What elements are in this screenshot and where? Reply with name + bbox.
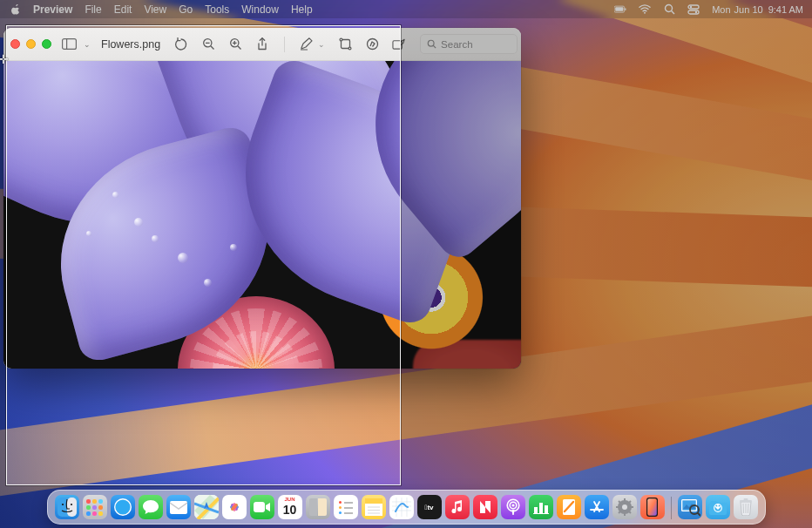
dock-pages[interactable]: [557, 495, 581, 519]
rotate-left-icon[interactable]: [174, 37, 188, 51]
svg-rect-10: [63, 39, 77, 50]
menubar-app-name[interactable]: Preview: [33, 3, 72, 16]
image-content: [3, 61, 521, 369]
markup-icon[interactable]: [365, 37, 379, 51]
dock-divider: [671, 497, 672, 519]
svg-point-29: [61, 504, 63, 505]
menubar-item-file[interactable]: File: [85, 3, 101, 16]
menubar-date[interactable]: Jun 10: [734, 4, 763, 15]
dock-contacts[interactable]: [306, 495, 330, 519]
dock-safari[interactable]: [111, 495, 135, 519]
dock-numbers[interactable]: [529, 495, 553, 519]
dock-launchpad[interactable]: [83, 495, 107, 519]
svg-line-5: [671, 11, 673, 14]
highlight-icon[interactable]: [300, 37, 314, 51]
svg-rect-81: [647, 498, 657, 516]
menubar-item-go[interactable]: Go: [179, 3, 193, 16]
dock-system-settings[interactable]: [612, 495, 637, 519]
svg-point-61: [511, 504, 514, 506]
highlight-menu-chevron-icon[interactable]: ⌄: [318, 40, 325, 49]
menubar-item-window[interactable]: Window: [241, 3, 279, 16]
dock-trash[interactable]: [734, 495, 758, 519]
svg-rect-64: [545, 505, 548, 513]
window-titlebar[interactable]: ⌄ Flowers.png ⌄: [3, 28, 521, 61]
svg-rect-65: [533, 513, 549, 514]
zoom-out-icon[interactable]: [201, 37, 215, 51]
svg-line-26: [433, 45, 436, 48]
search-placeholder: Search: [441, 39, 472, 50]
svg-point-21: [340, 38, 342, 41]
view-menu-chevron-icon[interactable]: ⌄: [84, 40, 91, 49]
dock-downloads[interactable]: [706, 495, 730, 519]
svg-point-32: [115, 499, 130, 514]
dock-finder[interactable]: [55, 495, 79, 519]
menubar-item-tools[interactable]: Tools: [205, 3, 229, 16]
window-filename: Flowers.png: [101, 38, 160, 51]
svg-rect-46: [254, 502, 265, 512]
svg-rect-28: [67, 498, 77, 517]
crosshair-cursor-icon: ✛: [0, 52, 9, 66]
wifi-icon[interactable]: [639, 4, 651, 15]
svg-rect-8: [688, 10, 699, 14]
dock-iphone-mirroring[interactable]: [640, 495, 665, 519]
dock-tv[interactable]: tv: [417, 495, 442, 519]
menubar-date-day[interactable]: Mon: [712, 4, 730, 15]
edit-icon[interactable]: [392, 37, 406, 51]
svg-rect-87: [740, 500, 752, 503]
svg-rect-88: [743, 498, 748, 500]
minimize-button[interactable]: [26, 39, 36, 49]
dock-mail[interactable]: [166, 495, 191, 519]
search-icon: [427, 39, 436, 49]
menubar-time[interactable]: 9:41 AM: [768, 4, 803, 15]
svg-rect-47: [365, 498, 382, 504]
sidebar-toggle-icon[interactable]: [62, 38, 77, 50]
svg-point-9: [695, 10, 697, 12]
image-viewport[interactable]: [3, 61, 521, 369]
dock-photos[interactable]: [222, 495, 247, 519]
svg-point-3: [644, 12, 646, 14]
dock: JUN 10 tv: [47, 490, 766, 525]
desktop[interactable]: Preview File Edit View Go Tools Window H…: [0, 0, 812, 528]
menubar: Preview File Edit View Go Tools Window H…: [0, 0, 812, 18]
dock-music[interactable]: [445, 495, 470, 519]
apple-menu-icon[interactable]: [10, 4, 21, 15]
svg-rect-35: [170, 501, 187, 514]
close-button[interactable]: [10, 39, 20, 49]
dock-facetime[interactable]: [250, 495, 274, 519]
dock-freeform[interactable]: [389, 495, 414, 519]
calendar-icon-month: JUN: [278, 497, 302, 502]
svg-line-89: [743, 504, 744, 513]
dock-preview-app[interactable]: [678, 495, 702, 519]
svg-point-71: [622, 504, 627, 510]
dock-maps[interactable]: [194, 495, 219, 519]
svg-line-16: [237, 46, 240, 50]
share-icon[interactable]: [255, 37, 269, 51]
calendar-icon-day: 10: [278, 503, 302, 517]
zoom-in-icon[interactable]: [228, 37, 242, 51]
svg-point-25: [428, 40, 434, 46]
menubar-item-view[interactable]: View: [144, 3, 166, 16]
dock-calendar[interactable]: JUN 10: [278, 495, 302, 519]
svg-rect-1: [615, 7, 623, 11]
menubar-item-help[interactable]: Help: [291, 3, 313, 16]
spotlight-icon[interactable]: [663, 4, 675, 15]
dock-news[interactable]: [473, 495, 497, 519]
svg-rect-63: [539, 503, 543, 513]
zoom-button[interactable]: [42, 39, 51, 49]
svg-point-23: [367, 39, 377, 50]
svg-rect-6: [688, 5, 699, 9]
dock-appstore[interactable]: [585, 495, 609, 519]
battery-icon[interactable]: [614, 4, 626, 15]
svg-rect-62: [534, 507, 538, 513]
dock-messages[interactable]: [139, 495, 163, 519]
svg-point-7: [690, 5, 692, 7]
control-center-icon[interactable]: [687, 4, 700, 15]
dock-podcasts[interactable]: [501, 495, 525, 519]
crop-icon[interactable]: [338, 37, 352, 51]
menubar-item-edit[interactable]: Edit: [114, 3, 132, 16]
svg-rect-20: [341, 40, 349, 49]
search-field[interactable]: Search: [420, 34, 518, 54]
preview-window[interactable]: ⌄ Flowers.png ⌄: [3, 28, 521, 369]
dock-reminders[interactable]: [334, 495, 358, 519]
dock-notes[interactable]: [362, 495, 386, 519]
